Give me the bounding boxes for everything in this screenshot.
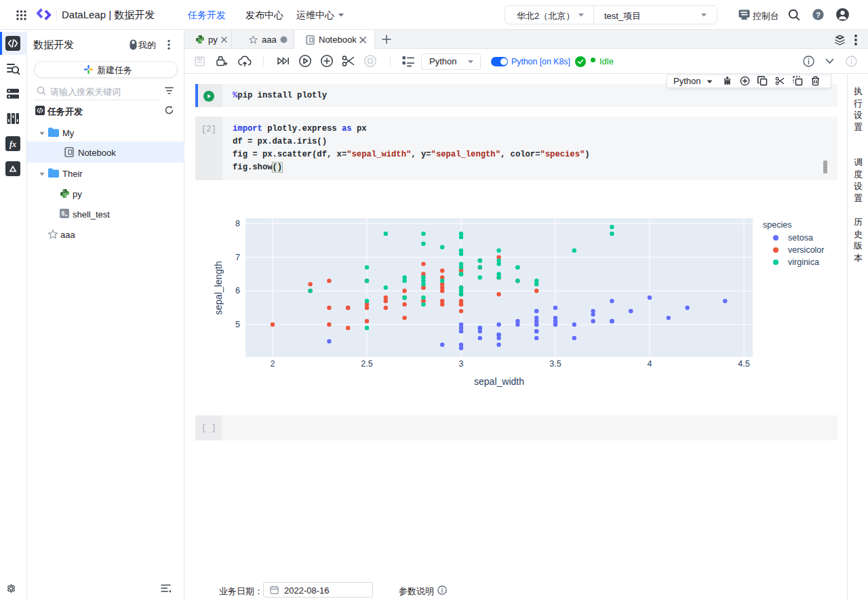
svg-text:$: $ bbox=[61, 211, 65, 217]
svg-text:7: 7 bbox=[235, 253, 240, 262]
svg-text:4: 4 bbox=[648, 359, 652, 369]
svg-text:2: 2 bbox=[271, 359, 275, 369]
svg-text:5: 5 bbox=[235, 320, 240, 329]
svg-text:4.5: 4.5 bbox=[738, 359, 749, 369]
svg-text:setosa: setosa bbox=[788, 233, 813, 243]
svg-text:species: species bbox=[763, 220, 791, 230]
svg-text:3: 3 bbox=[459, 359, 464, 369]
svg-text:versicolor: versicolor bbox=[788, 245, 825, 255]
svg-text:virginica: virginica bbox=[788, 257, 819, 267]
svg-text:sepal_length: sepal_length bbox=[213, 261, 224, 314]
svg-text:8: 8 bbox=[235, 219, 240, 228]
svg-text:sepal_width: sepal_width bbox=[474, 376, 524, 387]
svg-text:fx: fx bbox=[9, 140, 16, 149]
svg-text:3.5: 3.5 bbox=[549, 359, 561, 369]
svg-text:2.5: 2.5 bbox=[361, 359, 372, 369]
svg-text:6: 6 bbox=[235, 286, 240, 295]
svg-text:?: ? bbox=[816, 11, 821, 19]
